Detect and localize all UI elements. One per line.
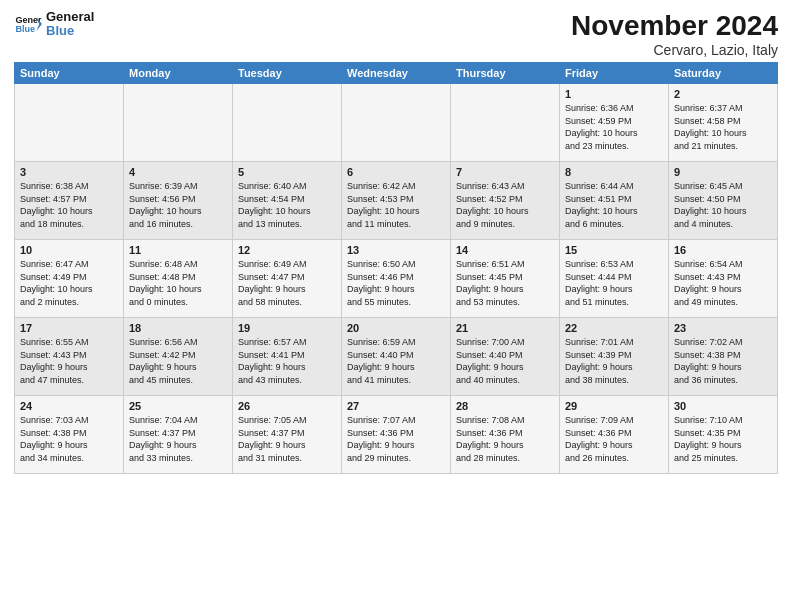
day-number: 28 [456,400,554,412]
calendar-cell: 3Sunrise: 6:38 AM Sunset: 4:57 PM Daylig… [15,162,124,240]
day-number: 13 [347,244,445,256]
day-info: Sunrise: 7:05 AM Sunset: 4:37 PM Dayligh… [238,414,336,464]
weekday-header-friday: Friday [560,63,669,84]
day-info: Sunrise: 6:54 AM Sunset: 4:43 PM Dayligh… [674,258,772,308]
day-number: 7 [456,166,554,178]
day-info: Sunrise: 6:38 AM Sunset: 4:57 PM Dayligh… [20,180,118,230]
day-number: 19 [238,322,336,334]
weekday-header-row: SundayMondayTuesdayWednesdayThursdayFrid… [15,63,778,84]
day-number: 18 [129,322,227,334]
day-number: 27 [347,400,445,412]
day-number: 15 [565,244,663,256]
day-number: 2 [674,88,772,100]
calendar-cell: 22Sunrise: 7:01 AM Sunset: 4:39 PM Dayli… [560,318,669,396]
calendar-cell: 15Sunrise: 6:53 AM Sunset: 4:44 PM Dayli… [560,240,669,318]
weekday-header-monday: Monday [124,63,233,84]
logo: General Blue General Blue [14,10,94,39]
day-info: Sunrise: 7:04 AM Sunset: 4:37 PM Dayligh… [129,414,227,464]
day-info: Sunrise: 6:47 AM Sunset: 4:49 PM Dayligh… [20,258,118,308]
weekday-header-wednesday: Wednesday [342,63,451,84]
calendar-table: SundayMondayTuesdayWednesdayThursdayFrid… [14,62,778,474]
week-row-3: 10Sunrise: 6:47 AM Sunset: 4:49 PM Dayli… [15,240,778,318]
calendar-cell: 21Sunrise: 7:00 AM Sunset: 4:40 PM Dayli… [451,318,560,396]
week-row-4: 17Sunrise: 6:55 AM Sunset: 4:43 PM Dayli… [15,318,778,396]
day-number: 14 [456,244,554,256]
calendar-cell: 28Sunrise: 7:08 AM Sunset: 4:36 PM Dayli… [451,396,560,474]
day-info: Sunrise: 7:09 AM Sunset: 4:36 PM Dayligh… [565,414,663,464]
calendar-cell: 1Sunrise: 6:36 AM Sunset: 4:59 PM Daylig… [560,84,669,162]
calendar-cell: 7Sunrise: 6:43 AM Sunset: 4:52 PM Daylig… [451,162,560,240]
day-number: 30 [674,400,772,412]
day-info: Sunrise: 7:02 AM Sunset: 4:38 PM Dayligh… [674,336,772,386]
day-info: Sunrise: 6:37 AM Sunset: 4:58 PM Dayligh… [674,102,772,152]
day-number: 17 [20,322,118,334]
calendar-cell: 26Sunrise: 7:05 AM Sunset: 4:37 PM Dayli… [233,396,342,474]
svg-text:Blue: Blue [15,25,35,35]
calendar-cell: 25Sunrise: 7:04 AM Sunset: 4:37 PM Dayli… [124,396,233,474]
title-block: November 2024 Cervaro, Lazio, Italy [571,10,778,58]
day-number: 11 [129,244,227,256]
day-info: Sunrise: 6:40 AM Sunset: 4:54 PM Dayligh… [238,180,336,230]
calendar-cell: 5Sunrise: 6:40 AM Sunset: 4:54 PM Daylig… [233,162,342,240]
calendar-cell: 8Sunrise: 6:44 AM Sunset: 4:51 PM Daylig… [560,162,669,240]
week-row-2: 3Sunrise: 6:38 AM Sunset: 4:57 PM Daylig… [15,162,778,240]
calendar-cell [124,84,233,162]
day-number: 6 [347,166,445,178]
calendar-cell: 29Sunrise: 7:09 AM Sunset: 4:36 PM Dayli… [560,396,669,474]
day-number: 8 [565,166,663,178]
day-info: Sunrise: 7:10 AM Sunset: 4:35 PM Dayligh… [674,414,772,464]
day-number: 24 [20,400,118,412]
day-number: 29 [565,400,663,412]
day-info: Sunrise: 7:03 AM Sunset: 4:38 PM Dayligh… [20,414,118,464]
calendar-cell: 17Sunrise: 6:55 AM Sunset: 4:43 PM Dayli… [15,318,124,396]
main-container: General Blue General Blue November 2024 … [0,0,792,480]
day-info: Sunrise: 6:49 AM Sunset: 4:47 PM Dayligh… [238,258,336,308]
logo-icon: General Blue [14,10,42,38]
day-number: 16 [674,244,772,256]
calendar-cell: 9Sunrise: 6:45 AM Sunset: 4:50 PM Daylig… [669,162,778,240]
day-number: 10 [20,244,118,256]
calendar-cell: 6Sunrise: 6:42 AM Sunset: 4:53 PM Daylig… [342,162,451,240]
day-number: 20 [347,322,445,334]
day-number: 22 [565,322,663,334]
calendar-cell [15,84,124,162]
day-info: Sunrise: 6:59 AM Sunset: 4:40 PM Dayligh… [347,336,445,386]
day-number: 12 [238,244,336,256]
weekday-header-tuesday: Tuesday [233,63,342,84]
week-row-5: 24Sunrise: 7:03 AM Sunset: 4:38 PM Dayli… [15,396,778,474]
weekday-header-saturday: Saturday [669,63,778,84]
week-row-1: 1Sunrise: 6:36 AM Sunset: 4:59 PM Daylig… [15,84,778,162]
logo-line2: Blue [46,24,94,38]
day-number: 9 [674,166,772,178]
calendar-cell: 2Sunrise: 6:37 AM Sunset: 4:58 PM Daylig… [669,84,778,162]
day-number: 4 [129,166,227,178]
day-info: Sunrise: 6:36 AM Sunset: 4:59 PM Dayligh… [565,102,663,152]
day-info: Sunrise: 6:50 AM Sunset: 4:46 PM Dayligh… [347,258,445,308]
calendar-cell: 10Sunrise: 6:47 AM Sunset: 4:49 PM Dayli… [15,240,124,318]
calendar-cell: 11Sunrise: 6:48 AM Sunset: 4:48 PM Dayli… [124,240,233,318]
day-info: Sunrise: 6:56 AM Sunset: 4:42 PM Dayligh… [129,336,227,386]
day-info: Sunrise: 6:53 AM Sunset: 4:44 PM Dayligh… [565,258,663,308]
day-info: Sunrise: 7:07 AM Sunset: 4:36 PM Dayligh… [347,414,445,464]
day-info: Sunrise: 6:48 AM Sunset: 4:48 PM Dayligh… [129,258,227,308]
calendar-cell: 12Sunrise: 6:49 AM Sunset: 4:47 PM Dayli… [233,240,342,318]
logo-line1: General [46,10,94,24]
day-info: Sunrise: 6:57 AM Sunset: 4:41 PM Dayligh… [238,336,336,386]
day-info: Sunrise: 6:43 AM Sunset: 4:52 PM Dayligh… [456,180,554,230]
day-info: Sunrise: 7:01 AM Sunset: 4:39 PM Dayligh… [565,336,663,386]
calendar-cell: 30Sunrise: 7:10 AM Sunset: 4:35 PM Dayli… [669,396,778,474]
day-info: Sunrise: 7:08 AM Sunset: 4:36 PM Dayligh… [456,414,554,464]
calendar-cell: 20Sunrise: 6:59 AM Sunset: 4:40 PM Dayli… [342,318,451,396]
day-number: 1 [565,88,663,100]
day-number: 5 [238,166,336,178]
day-info: Sunrise: 6:42 AM Sunset: 4:53 PM Dayligh… [347,180,445,230]
day-info: Sunrise: 6:39 AM Sunset: 4:56 PM Dayligh… [129,180,227,230]
calendar-cell: 24Sunrise: 7:03 AM Sunset: 4:38 PM Dayli… [15,396,124,474]
header-row: General Blue General Blue November 2024 … [14,10,778,58]
day-number: 26 [238,400,336,412]
calendar-cell [451,84,560,162]
weekday-header-sunday: Sunday [15,63,124,84]
weekday-header-thursday: Thursday [451,63,560,84]
calendar-cell: 16Sunrise: 6:54 AM Sunset: 4:43 PM Dayli… [669,240,778,318]
day-info: Sunrise: 6:44 AM Sunset: 4:51 PM Dayligh… [565,180,663,230]
